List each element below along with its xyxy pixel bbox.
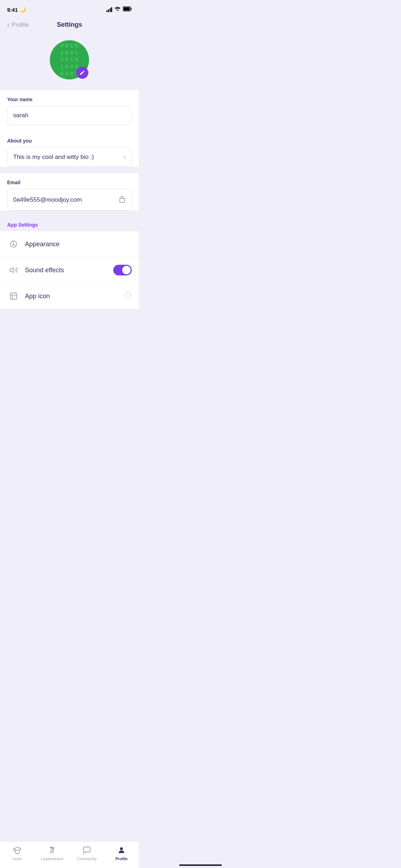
- about-you-value: This is my cool and witty bio :): [13, 154, 94, 161]
- settings-list: Appearance Sound effects: [0, 231, 139, 309]
- sound-effects-icon: [7, 264, 20, 277]
- about-you-group: About you This is my cool and witty bio …: [0, 131, 139, 167]
- email-label: Email: [7, 180, 132, 185]
- settings-item-app-icon[interactable]: App icon: [0, 283, 139, 309]
- status-time: 9:41: [7, 7, 18, 13]
- svg-marker-5: [10, 268, 13, 273]
- svg-rect-6: [10, 293, 17, 299]
- email-field: 0a49e555@moodjoy.com: [7, 189, 132, 211]
- page-title: Settings: [57, 21, 82, 29]
- status-icons: [106, 6, 132, 13]
- settings-item-appearance[interactable]: Appearance: [0, 231, 139, 257]
- status-bar: 9:41 🌙: [0, 0, 139, 17]
- email-value: 0a49e555@moodjoy.com: [13, 196, 82, 203]
- sound-effects-toggle[interactable]: [113, 265, 132, 275]
- avatar-section: 0 0 1 0 1 0 0 1 0 1 1 0 1 0 0 0 0 1 0 1: [0, 33, 139, 90]
- lock-icon: [119, 195, 126, 205]
- email-group: Email 0a49e555@moodjoy.com: [0, 173, 139, 211]
- avatar-wrapper: 0 0 1 0 1 0 0 1 0 1 1 0 1 0 0 0 0 1 0 1: [50, 40, 89, 79]
- moon-icon: 🌙: [20, 7, 26, 12]
- about-you-label: About you: [7, 138, 132, 144]
- toggle-track[interactable]: [113, 265, 132, 275]
- your-name-label: Your name: [7, 97, 132, 102]
- svg-rect-3: [120, 198, 125, 202]
- svg-rect-1: [124, 7, 130, 11]
- back-label: Profile: [12, 21, 29, 29]
- app-settings-header: App Settings: [0, 217, 139, 231]
- about-you-input[interactable]: This is my cool and witty bio :) ›: [7, 147, 132, 167]
- edit-avatar-button[interactable]: [76, 67, 88, 79]
- signal-bars-icon: [106, 7, 113, 12]
- svg-rect-2: [131, 8, 132, 10]
- battery-icon: [123, 6, 132, 13]
- appearance-icon: [7, 238, 20, 250]
- back-button[interactable]: ‹ Profile: [7, 21, 29, 29]
- chevron-right-icon: ›: [124, 153, 126, 161]
- settings-item-sound-effects[interactable]: Sound effects: [0, 257, 139, 283]
- spinner-icon: [124, 291, 132, 301]
- toggle-thumb: [122, 266, 131, 274]
- back-chevron-icon: ‹: [7, 21, 10, 29]
- nav-bar: ‹ Profile Settings: [0, 17, 139, 33]
- sound-effects-label: Sound effects: [25, 267, 113, 274]
- svg-point-7: [125, 292, 131, 298]
- app-icon-icon: [7, 290, 20, 303]
- your-name-group: Your name: [0, 90, 139, 131]
- wifi-icon: [114, 6, 121, 13]
- appearance-label: Appearance: [25, 241, 132, 248]
- app-icon-label: App icon: [25, 293, 124, 300]
- your-name-input[interactable]: [7, 106, 132, 125]
